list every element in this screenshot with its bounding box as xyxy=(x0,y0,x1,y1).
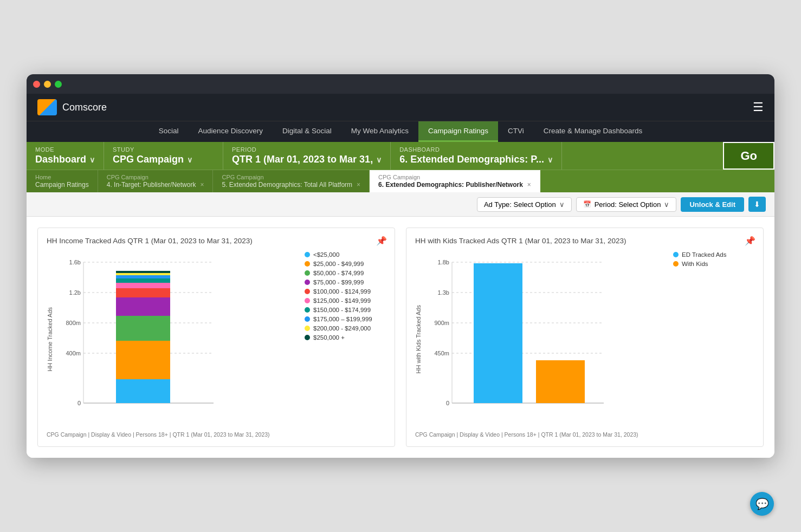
main-nav: Social Audience Discovery Digital & Soci… xyxy=(27,121,774,142)
svg-text:450m: 450m xyxy=(434,350,449,356)
breadcrumb-tab-1[interactable]: CPG Campaign 4. In-Target: Publisher/Net… xyxy=(98,170,214,192)
legend-item-9: $200,000 - $249,000 xyxy=(305,325,386,332)
period-control[interactable]: Period QTR 1 (Mar 01, 2023 to Mar 31, ∨ xyxy=(223,142,391,170)
svg-rect-31 xyxy=(474,263,522,403)
unlock-edit-button[interactable]: Unlock & Edit xyxy=(681,197,744,212)
close-tab-1-icon[interactable]: × xyxy=(200,181,204,189)
logo: Comscore xyxy=(37,99,107,115)
legend-item-10: $250,000 + xyxy=(305,334,386,341)
close-button[interactable] xyxy=(33,81,40,88)
svg-text:800m: 800m xyxy=(66,320,81,326)
menu-icon[interactable]: ☰ xyxy=(753,100,764,114)
period-value: QTR 1 (Mar 01, 2023 to Mar 31, ∨ xyxy=(232,154,382,165)
legend-item-2: $25,000 - $49,999 xyxy=(305,261,386,267)
window-controls xyxy=(33,81,62,88)
logo-icon xyxy=(37,99,57,115)
nav-item-campaign[interactable]: Campaign Ratings xyxy=(418,121,498,142)
svg-rect-12 xyxy=(116,316,170,341)
chart2-y-label: HH with Kids Tracked Ads xyxy=(415,305,422,374)
ad-type-select[interactable]: Ad Type: Select Option ∨ xyxy=(477,197,572,212)
breadcrumb-tab-2[interactable]: CPG Campaign 5. Extended Demographics: T… xyxy=(213,170,370,192)
legend-dot-2 xyxy=(305,261,310,267)
dashboard-control[interactable]: Dashboard 6. Extended Demographics: P...… xyxy=(391,142,562,170)
svg-text:900m: 900m xyxy=(434,320,449,326)
period-select[interactable]: 📅 Period: Select Option ∨ xyxy=(576,197,677,212)
legend-item-5: $100,000 - $124,999 xyxy=(305,288,386,295)
svg-text:400m: 400m xyxy=(66,350,81,356)
legend-dot-8 xyxy=(305,316,310,322)
breadcrumb-tab-3[interactable]: CPG Campaign 6. Extended Demographics: P… xyxy=(370,170,540,192)
legend-dot-4 xyxy=(305,280,310,285)
mode-value: Dashboard ∨ xyxy=(35,154,95,165)
close-tab-2-icon[interactable]: × xyxy=(357,181,360,189)
dashboard-value: 6. Extended Demographics: P... ∨ xyxy=(399,154,553,165)
svg-text:1.6b: 1.6b xyxy=(69,259,81,265)
svg-text:1.8b: 1.8b xyxy=(438,259,449,265)
legend-dot-9 xyxy=(305,326,310,331)
nav-item-digital[interactable]: Digital & Social xyxy=(273,121,341,142)
legend2-item-2: With Kids xyxy=(673,261,754,267)
study-label: Study xyxy=(113,146,214,153)
study-control[interactable]: Study CPG Campaign ∨ xyxy=(104,142,223,170)
breadcrumb-bar: Home Campaign Ratings CPG Campaign 4. In… xyxy=(27,170,774,192)
logo-text: Comscore xyxy=(62,102,107,113)
legend2-dot-2 xyxy=(673,261,679,267)
period-label: Period xyxy=(232,146,382,153)
chart2-svg: 1.8b 1.3b 900m 450m 0 xyxy=(430,251,625,425)
svg-text:0: 0 xyxy=(446,400,449,406)
svg-rect-15 xyxy=(116,283,170,288)
svg-rect-14 xyxy=(116,288,170,297)
svg-rect-10 xyxy=(116,379,170,403)
chat-button[interactable]: 💬 xyxy=(750,492,774,516)
svg-rect-17 xyxy=(116,275,170,278)
chart1-caption: CPG Campaign | Display & Video | Persons… xyxy=(47,431,386,438)
legend-item-1: <$25,000 xyxy=(305,251,386,258)
minimize-button[interactable] xyxy=(44,81,51,88)
charts-area: HH Income Tracked Ads QTR 1 (Mar 01, 202… xyxy=(27,217,774,458)
legend2-dot-1 xyxy=(673,252,679,257)
legend-item-6: $125,000 - $149,999 xyxy=(305,297,386,304)
download-button[interactable]: ⬇ xyxy=(748,197,766,212)
nav-item-social[interactable]: Social xyxy=(149,121,189,142)
chart1-body: 1.6b 1.2b 800m 400m 0 xyxy=(62,251,296,427)
mode-label: Mode xyxy=(35,146,95,153)
svg-rect-11 xyxy=(116,341,170,379)
chat-icon: 💬 xyxy=(755,497,769,510)
maximize-button[interactable] xyxy=(55,81,62,88)
chart1-title: HH Income Tracked Ads QTR 1 (Mar 01, 202… xyxy=(47,237,386,245)
legend-dot-7 xyxy=(305,307,310,313)
nav-item-webanalytics[interactable]: My Web Analytics xyxy=(341,121,418,142)
svg-rect-19 xyxy=(116,271,170,273)
mode-control[interactable]: Mode Dashboard ∨ xyxy=(27,142,104,170)
period-chevron-icon: ∨ xyxy=(376,155,382,164)
svg-rect-13 xyxy=(116,297,170,316)
legend-dot-6 xyxy=(305,298,310,303)
chart-hh-kids: HH with Kids Tracked Ads QTR 1 (Mar 01, … xyxy=(406,228,764,447)
chart1-pin-icon[interactable]: 📌 xyxy=(376,236,387,246)
nav-item-audience[interactable]: Audience Discovery xyxy=(189,121,273,142)
legend-dot-3 xyxy=(305,270,310,276)
legend-dot-5 xyxy=(305,289,310,294)
svg-text:1.3b: 1.3b xyxy=(438,289,449,296)
svg-rect-18 xyxy=(116,273,170,275)
controls-bar: Mode Dashboard ∨ Study CPG Campaign ∨ Pe… xyxy=(27,142,774,170)
titlebar xyxy=(27,74,774,94)
svg-rect-16 xyxy=(116,278,170,283)
period-filter-chevron-icon: ∨ xyxy=(664,200,669,209)
chart1-svg: 1.6b 1.2b 800m 400m 0 xyxy=(62,251,224,425)
app-window: Comscore ☰ Social Audience Discovery Dig… xyxy=(27,74,774,458)
nav-item-ctvi[interactable]: CTVi xyxy=(498,121,534,142)
close-tab-3-icon[interactable]: × xyxy=(527,181,531,189)
nav-item-dashboards[interactable]: Create & Manage Dashboards xyxy=(534,121,652,142)
study-chevron-icon: ∨ xyxy=(187,155,192,164)
dashboard-chevron-icon: ∨ xyxy=(547,155,553,164)
download-icon: ⬇ xyxy=(754,200,760,209)
legend-item-3: $50,000 - $74,999 xyxy=(305,270,386,276)
svg-rect-32 xyxy=(536,360,585,403)
go-button[interactable]: Go xyxy=(723,142,774,170)
breadcrumb-home[interactable]: Home Campaign Ratings xyxy=(27,170,98,192)
legend-item-8: $175,000 – $199,999 xyxy=(305,316,386,322)
chart1-legend: <$25,000 $25,000 - $49,999 $50,000 - $74… xyxy=(305,251,386,343)
chart2-pin-icon[interactable]: 📌 xyxy=(745,236,755,246)
legend-item-4: $75,000 - $99,999 xyxy=(305,279,386,286)
